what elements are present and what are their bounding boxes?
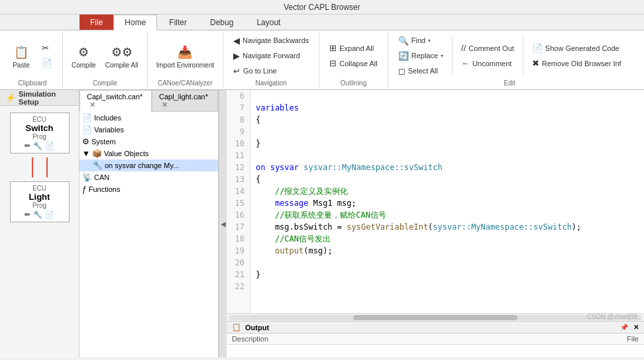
forward-icon: ▶	[233, 51, 240, 61]
separator	[452, 36, 453, 75]
tab-filter[interactable]: Filter	[158, 15, 198, 30]
ecu-light-icon3: 📄	[45, 210, 54, 219]
navigate-back-button[interactable]: ◀ Navigate Backwards	[229, 34, 313, 48]
replace-button[interactable]: 🔄 Replace ▾	[394, 49, 448, 63]
app-title: Vector CAPL Browser	[284, 3, 360, 12]
goto-icon: ↵	[233, 66, 241, 76]
code-line-12: on sysvar sysvar::MyNamespace::svSwitch	[256, 161, 639, 173]
code-area[interactable]: 6 7 8 9 10 11 12 13 14 15 16 17 18 19 20…	[227, 90, 644, 313]
ecu-light-label: ECU	[13, 185, 66, 192]
watermark: CSDN @zhudj08	[587, 313, 637, 320]
code-line-19: output(msg);	[256, 245, 639, 257]
ribbon-group-compile: ⚙ Compile ⚙⚙ Compile All Compile	[63, 32, 148, 88]
compile-label: Compile	[93, 78, 117, 87]
goto-line-button[interactable]: ↵ Go to Line	[229, 64, 313, 78]
paste-button[interactable]: 📋 Paste	[8, 41, 34, 71]
copy-icon: 📄	[42, 58, 52, 68]
code-line-11	[256, 150, 639, 161]
select-all-button[interactable]: ◻ Select All	[394, 64, 448, 78]
tree-item-sysvar[interactable]: 🔧 on sysvar change My...	[80, 159, 218, 171]
folder-icon-system: ⚙	[82, 137, 89, 146]
paste-icon: 📋	[12, 43, 30, 62]
tree-panel: Capl_switch.can* ✕ Capl_light.can* ✕ 📄 I…	[80, 90, 219, 357]
tree-item-system[interactable]: ⚙ System	[80, 136, 218, 148]
tree-item-functions[interactable]: ƒ Functions	[80, 183, 218, 195]
select-all-icon: ◻	[398, 66, 405, 76]
remove-browser-button[interactable]: ✖ Remove Old Browser Inf	[527, 56, 626, 70]
close-tab-light[interactable]: ✕	[162, 101, 168, 109]
collapse-icon: ◀	[221, 220, 226, 228]
tab-capl-switch[interactable]: Capl_switch.can* ✕	[80, 90, 152, 112]
tab-file[interactable]: File	[80, 15, 113, 30]
output-panel: 📋 Output 📌 ✕ Description File	[227, 321, 644, 357]
code-line-20	[256, 257, 639, 269]
code-line-18: //CAN信号发出	[256, 233, 639, 245]
scrollbar-thumb[interactable]	[353, 315, 518, 320]
cut-button[interactable]: ✂	[37, 41, 57, 55]
output-close[interactable]: ✕	[633, 324, 639, 331]
code-line-22	[256, 281, 639, 292]
show-gen-icon: 📄	[532, 43, 543, 53]
sim-panel: ⚡ Simulation Setup ECU Switch Prog ✏ 🔧 📄	[0, 90, 80, 357]
code-line-7: variables	[256, 102, 639, 114]
folder-icon-includes: 📄	[82, 113, 92, 122]
uncomment-button[interactable]: ← Uncomment	[456, 56, 519, 70]
sysvar-icon: 🔧	[93, 161, 103, 170]
code-line-21: }	[256, 269, 639, 281]
code-content[interactable]: variables { } on sysvar sysvar::MyNamesp…	[250, 90, 644, 313]
ribbon-group-outlining: ⊞ Expand All ⊟ Collapse All Outlining	[319, 32, 388, 88]
ecu-light: ECU Light Prog ✏ 🔧 📄	[10, 181, 70, 222]
code-line-6	[256, 90, 639, 102]
expand-all-button[interactable]: ⊞ Expand All	[325, 41, 382, 55]
tree-content: 📄 Includes 📄 Variables ⚙ System ▼ 📦 Valu…	[80, 112, 218, 195]
uncomment-icon: ←	[461, 58, 470, 68]
navigate-fwd-button[interactable]: ▶ Navigate Forward	[229, 49, 313, 63]
ecu-light-sub: Prog	[13, 202, 66, 209]
close-tab-switch[interactable]: ✕	[89, 101, 95, 109]
title-bar: Vector CAPL Browser	[0, 0, 644, 15]
line-numbers: 6 7 8 9 10 11 12 13 14 15 16 17 18 19 20…	[227, 90, 250, 313]
compile-button[interactable]: ⚙ Compile	[68, 41, 99, 71]
tree-item-can[interactable]: 📡 CAN	[80, 171, 218, 183]
folder-icon-can: 📡	[82, 173, 92, 182]
code-scrollbar[interactable]	[227, 313, 644, 321]
copy-button[interactable]: 📄	[37, 56, 57, 70]
replace-dropdown: ▾	[441, 53, 443, 59]
output-pin[interactable]: 📌	[620, 324, 628, 331]
back-icon: ◀	[233, 36, 240, 46]
collapse-icon: ⊟	[329, 58, 337, 68]
tab-home[interactable]: Home	[113, 15, 157, 30]
code-line-8: {	[256, 114, 639, 126]
expand-icon: ⊞	[329, 43, 337, 53]
tree-item-includes[interactable]: 📄 Includes	[80, 112, 218, 124]
collapse-all-button[interactable]: ⊟ Collapse All	[325, 56, 382, 70]
collapse-handle[interactable]: ◀	[219, 90, 227, 357]
show-generated-button[interactable]: 📄 Show Generated Code	[527, 41, 626, 55]
scrollbar-track[interactable]	[229, 315, 641, 320]
import-icon: 📥	[176, 43, 194, 62]
ecu-switch-label: ECU	[13, 116, 66, 123]
folder-icon-value: ▼	[82, 149, 90, 158]
code-editor: 6 7 8 9 10 11 12 13 14 15 16 17 18 19 20…	[227, 90, 644, 357]
ecu-switch-icon2: 🔧	[33, 142, 42, 150]
import-env-button[interactable]: 📥 Import Environment	[153, 41, 217, 71]
output-col-file: File	[506, 335, 639, 343]
find-dropdown: ▾	[428, 38, 431, 44]
compile-all-button[interactable]: ⚙⚙ Compile All	[102, 41, 142, 71]
comment-out-button[interactable]: // Comment Out	[456, 41, 519, 55]
ecu-switch-icon3: 📄	[45, 142, 54, 150]
tab-capl-light[interactable]: Capl_light.can* ✕	[152, 90, 218, 111]
folder-icon-variables: 📄	[82, 125, 92, 134]
tab-debug[interactable]: Debug	[199, 15, 244, 30]
tree-item-variables[interactable]: 📄 Variables	[80, 124, 218, 136]
tab-layout[interactable]: Layout	[245, 15, 292, 30]
compile-icon: ⚙	[74, 43, 93, 62]
line-left	[32, 158, 33, 177]
ribbon-content: 📋 Paste ✂ 📄 Clipboard ⚙ Compile ⚙⚙ Com	[0, 30, 644, 89]
find-button[interactable]: 🔍 Find ▾	[394, 34, 448, 48]
folder-icon-functions: ƒ	[82, 185, 87, 194]
tree-item-value-objects[interactable]: ▼ 📦 Value Objects	[80, 148, 218, 159]
output-header: 📋 Output 📌 ✕	[227, 322, 644, 334]
outline-label: Outlining	[341, 78, 366, 87]
clipboard-label: Clipboard	[19, 78, 47, 87]
